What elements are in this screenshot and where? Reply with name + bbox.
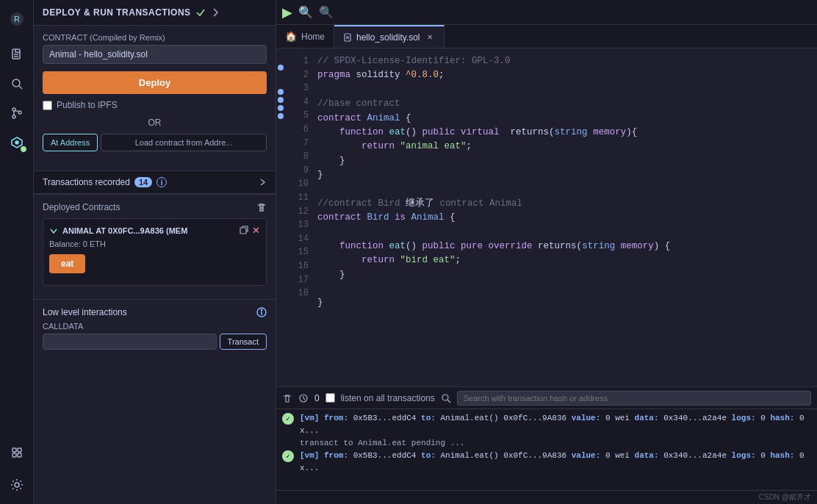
line-dot [278,129,284,135]
info-icon[interactable]: i [156,177,167,187]
tab-home[interactable]: 🏠 Home [276,25,334,48]
at-address-button[interactable]: At Address [43,134,98,151]
code-line: } [317,296,814,310]
success-icon: ✓ [282,450,294,462]
code-line: // SPDX-License-Identifier: GPL-3.0 [317,54,814,68]
trash-icon[interactable] [256,202,267,212]
publish-ipfs-label: Publish to IPFS [57,100,118,110]
line-number: 5 [285,109,309,123]
panel-header: DEPLOY & RUN TRANSACTIONS [34,0,276,26]
line-number: 14 [285,232,309,246]
line-dot [278,145,284,151]
success-icon: ✓ [282,413,294,425]
eat-button[interactable]: eat [49,254,85,273]
panel-title: DEPLOY & RUN TRANSACTIONS [43,7,191,18]
main-area: ▶ 🔍 🔍 🏠 Home hello_solidity.sol ✕ 123456… [276,0,817,504]
code-line: contract Bird is Animal { [317,211,814,225]
chevron-down-icon[interactable] [49,226,58,235]
code-line [317,83,814,97]
files-icon-btn[interactable] [4,41,30,68]
line-number: 6 [285,123,309,137]
console-toolbar: 0 listen on all transactions [276,387,817,409]
home-tab-icon: 🏠 [285,31,297,42]
load-contract-button[interactable]: Load contract from Addre... [101,134,267,151]
transact-button[interactable]: Transact [220,334,267,350]
line-dot [278,178,284,184]
icon-sidebar: R [0,0,34,504]
publish-ipfs-checkbox[interactable] [43,101,52,110]
listen-transactions-checkbox[interactable] [325,393,335,403]
line-number: 7 [285,137,309,151]
code-line: } [317,154,814,168]
line-number: 3 [285,82,309,96]
line-number: 9 [285,164,309,178]
console-search-input[interactable] [457,391,811,406]
svg-point-25 [442,395,448,400]
search-icon-btn[interactable] [4,71,30,97]
git-icon-btn[interactable] [4,100,30,126]
remove-contract-icon[interactable]: ✕ [252,225,260,237]
line-dot [278,194,284,200]
svg-text:R: R [14,15,20,24]
message-text: [vm] from: 0x5B3...eddC4 to: Animal.eat(… [300,412,811,436]
code-editor[interactable]: 123456789101112131415161718 // SPDX-Lice… [276,48,817,386]
line-dot [278,65,284,71]
contract-instance-header: ANIMAL AT 0X0FC...9A836 (MEM ✕ [49,225,260,237]
transactions-label: Transactions recorded [43,177,130,187]
svg-point-5 [12,79,20,87]
zoom-in-icon[interactable]: 🔍 [298,5,313,19]
zoom-out-icon[interactable]: 🔍 [319,5,334,19]
line-number: 1 [285,54,309,68]
svg-rect-11 [12,448,16,452]
tab-home-label: Home [301,32,325,42]
transactions-section[interactable]: Transactions recorded 14 i [34,170,276,194]
code-line: } [317,268,814,282]
copy-address-icon[interactable] [240,225,249,237]
code-line: function eat() public virtual returns(st… [317,126,814,140]
code-line: //contract Bird 继承了 contract Animal [317,197,814,211]
svg-line-6 [19,86,22,89]
line-number: 4 [285,96,309,109]
code-line [317,182,814,196]
console-clock-icon[interactable] [298,393,309,403]
plugin-icon-btn[interactable] [4,439,30,466]
tab-close-icon[interactable]: ✕ [425,32,435,43]
listen-label: listen on all transactions [341,393,435,403]
run-button[interactable]: ▶ [282,4,292,21]
line-dot [278,186,284,192]
line-number: 8 [285,150,309,164]
transactions-count: 14 [134,177,152,187]
low-level-section: Low level interactions CALLDATA Transact [34,299,276,357]
contract-instance: ANIMAL AT 0X0FC...9A836 (MEM ✕ Balance: … [43,218,267,286]
low-level-info-icon[interactable] [256,307,267,317]
line-dot [278,170,284,176]
console-search-icon[interactable] [441,393,451,403]
tab-file-label: hello_solidity.sol [356,32,420,43]
svg-point-15 [15,483,19,487]
editor-toolbar: ▶ 🔍 🔍 [276,0,817,25]
home-icon-btn[interactable]: R [4,6,30,32]
line-number: 12 [285,205,309,219]
calldata-input[interactable] [43,334,217,350]
svg-rect-21 [345,34,350,41]
code-line [317,282,814,296]
deployed-contracts-title: Deployed Contracts [43,202,267,212]
code-line: //base contract [317,97,814,111]
settings-icon-btn[interactable] [4,472,30,498]
code-content[interactable]: // SPDX-License-Identifier: GPL-3.0pragm… [314,48,817,386]
svg-point-9 [18,111,21,114]
contract-instance-name: ANIMAL AT 0X0FC...9A836 (MEM [62,226,187,235]
deploy-button[interactable]: Deploy [43,71,267,94]
console-clear-icon[interactable] [282,393,292,403]
line-dot [278,113,284,119]
tab-file[interactable]: hello_solidity.sol ✕ [334,25,445,48]
line-dot [278,105,284,111]
svg-point-8 [12,115,15,118]
deploy-icon-btn[interactable] [4,129,30,156]
contract-select[interactable]: Animal - hello_solidity.sol [43,45,267,64]
badge [20,145,27,153]
console-footer: CSDN @赋齐才 [276,490,817,504]
line-dot [278,73,284,79]
line-number: 2 [285,68,309,82]
line-dot [278,137,284,143]
